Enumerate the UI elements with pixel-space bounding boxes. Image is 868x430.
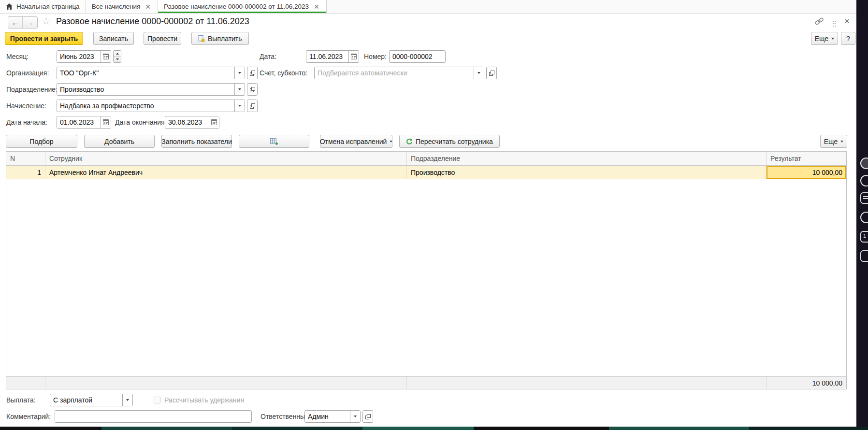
payment-dropdown-button[interactable] <box>122 394 132 406</box>
payment-input[interactable] <box>50 394 122 406</box>
back-button[interactable]: ← <box>8 17 23 28</box>
taskbar-app-icon[interactable] <box>860 158 868 169</box>
open-icon <box>365 414 371 419</box>
accrual-field <box>57 100 245 112</box>
save-button[interactable]: Записать <box>93 32 134 45</box>
pay-button[interactable]: Выплатить <box>191 32 249 45</box>
table-header: N Сотрудник Подразделение Результат <box>6 152 846 166</box>
result-cell[interactable]: 10 000,00 <box>767 166 846 179</box>
tab-label: Все начисления <box>92 3 141 10</box>
forward-button[interactable]: → <box>23 17 37 28</box>
date-field <box>306 50 359 63</box>
date-end-label: Дата окончания: <box>115 118 167 126</box>
post-button[interactable]: Провести <box>144 32 181 45</box>
tab-home[interactable]: Начальная страница <box>0 0 86 13</box>
responsible-open-button[interactable] <box>362 410 373 423</box>
organization-open-button[interactable] <box>247 67 258 79</box>
post-and-close-button[interactable]: Провести и закрыть <box>5 32 83 45</box>
comment-input[interactable] <box>55 411 251 422</box>
chevron-down-icon <box>354 416 357 417</box>
organization-input[interactable] <box>57 67 234 79</box>
date-start-input[interactable] <box>57 116 101 128</box>
withholdings-checkbox[interactable] <box>154 397 160 403</box>
accrual-input[interactable] <box>57 100 234 112</box>
account-open-button[interactable] <box>486 67 497 79</box>
form-row-accrual: Начисление: <box>0 100 856 113</box>
taskbar-app-icon[interactable] <box>860 192 868 204</box>
accrual-dropdown-button[interactable] <box>234 100 245 112</box>
window-actions: × <box>814 17 850 25</box>
open-icon <box>250 71 255 76</box>
date-start-field <box>57 116 111 129</box>
tab-all-accruals[interactable]: Все начисления ✕ <box>86 0 158 13</box>
spin-up-icon[interactable] <box>114 51 121 57</box>
responsible-input[interactable] <box>305 411 350 422</box>
tab-label: Разовое начисление 0000-000002 от 11.06.… <box>164 3 309 10</box>
table-row[interactable]: 1 Артемченко Игнат Андреевич Производств… <box>6 166 846 179</box>
column-header-result[interactable]: Результат <box>767 152 846 165</box>
table-toolbar: Подбор Добавить Заполнить показатели Отм… <box>0 135 856 148</box>
department-open-button[interactable] <box>247 83 258 96</box>
organization-dropdown-button[interactable] <box>234 67 245 79</box>
footer-employee-cell <box>45 377 407 389</box>
page-title: Разовое начисление 0000-000002 от 11.06.… <box>56 16 249 27</box>
department-cell[interactable]: Производство <box>407 166 767 179</box>
tab-current-document[interactable]: Разовое начисление 0000-000002 от 11.06.… <box>158 0 327 13</box>
close-icon[interactable]: × <box>844 18 850 24</box>
tab-close-icon[interactable]: ✕ <box>313 3 320 11</box>
taskbar-app-icon[interactable] <box>860 212 868 223</box>
title-bar: ← → ☆ Разовое начисление 0000-000002 от … <box>0 14 856 30</box>
chevron-down-icon <box>831 38 834 40</box>
responsible-dropdown-button[interactable] <box>350 411 360 422</box>
taskbar-app-icon[interactable] <box>860 175 868 186</box>
link-icon[interactable] <box>814 17 824 25</box>
department-dropdown-button[interactable] <box>234 84 245 95</box>
accrual-open-button[interactable] <box>247 100 258 112</box>
column-header-n[interactable]: N <box>6 152 45 165</box>
table-more-button[interactable]: Еще <box>820 135 847 148</box>
more-button[interactable]: Еще <box>811 32 838 45</box>
employee-cell[interactable]: Артемченко Игнат Андреевич <box>45 166 407 179</box>
tab-close-icon[interactable]: ✕ <box>144 3 152 11</box>
month-calendar-button[interactable] <box>101 51 111 62</box>
chevron-down-icon <box>477 72 480 74</box>
date-input[interactable] <box>306 51 348 62</box>
pick-button[interactable]: Подбор <box>6 135 77 148</box>
add-table-icon <box>270 138 278 145</box>
help-button[interactable]: ? <box>841 32 855 45</box>
date-start-label: Дата начала: <box>6 118 47 126</box>
date-start-calendar-button[interactable] <box>101 116 111 128</box>
date-label: Дата: <box>260 53 276 60</box>
date-end-field <box>165 116 219 129</box>
month-input[interactable] <box>57 51 101 62</box>
add-table-button[interactable] <box>239 135 309 148</box>
account-dropdown-button[interactable] <box>474 67 484 79</box>
command-bar: Провести и закрыть Записать Провести Вып… <box>0 32 856 46</box>
fill-indicators-button[interactable]: Заполнить показатели <box>161 135 232 148</box>
cancel-corrections-button[interactable]: Отмена исправлений <box>320 135 392 148</box>
department-input[interactable] <box>57 84 234 95</box>
calendar-icon <box>103 119 109 125</box>
spin-down-icon[interactable] <box>114 57 121 63</box>
total-cell: 10 000,00 <box>767 377 846 389</box>
recalculate-employee-button[interactable]: Пересчитать сотрудника <box>399 135 500 148</box>
date-end-calendar-button[interactable] <box>209 116 219 128</box>
more-menu-icon[interactable] <box>833 21 834 22</box>
date-calendar-button[interactable] <box>348 51 359 62</box>
row-number-cell[interactable]: 1 <box>6 166 45 179</box>
date-end-input[interactable] <box>165 116 209 128</box>
column-header-employee[interactable]: Сотрудник <box>45 152 407 165</box>
forward-icon: → <box>27 19 34 26</box>
taskbar-app-icon[interactable] <box>860 231 868 243</box>
footer-n-cell <box>6 377 45 389</box>
form-row-organization: Организация: Счет, субконто: <box>0 67 856 80</box>
taskbar-app-icon[interactable] <box>860 250 868 262</box>
add-button[interactable]: Добавить <box>84 135 155 148</box>
payout-icon <box>198 35 205 42</box>
chevron-down-icon <box>238 105 241 107</box>
number-input[interactable] <box>390 51 445 62</box>
column-header-department[interactable]: Подразделение <box>407 152 767 165</box>
comment-field <box>55 410 252 423</box>
favorite-star-icon[interactable]: ☆ <box>42 15 51 27</box>
account-input[interactable] <box>315 67 474 79</box>
